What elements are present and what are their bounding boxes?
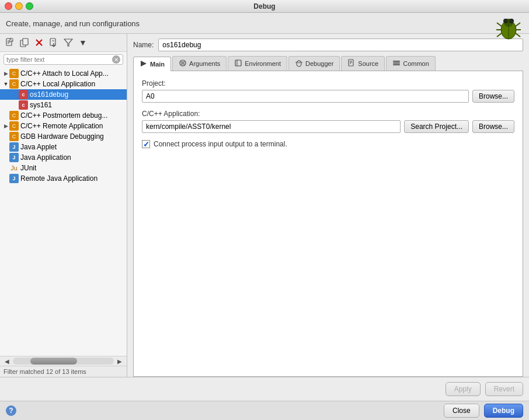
project-browse-btn[interactable]: Browse... [472,90,514,103]
tree-item-label: GDB Hardware Debugging [20,132,104,141]
filter-btn[interactable] [62,36,75,49]
close-window-btn[interactable] [5,2,12,10]
list-item[interactable]: c sys161 [0,100,127,110]
delete-config-btn[interactable] [33,36,46,49]
title-bar: Debug [0,0,529,13]
tab-environment[interactable]: Environment [228,56,287,71]
config-tree: ▶ C C/C++ Attach to Local App... ▼ C C/C… [0,67,127,356]
minimize-window-btn[interactable] [15,2,23,10]
window-title: Debug [253,2,275,10]
scroll-right-icon[interactable]: ▶ [116,358,123,365]
config-type-icon: C [9,111,19,120]
config-type-icon: J [9,174,19,183]
tree-item-label: C/C++ Attach to Local App... [20,69,109,78]
name-label: Name: [133,41,154,49]
tree-expand-icon [12,102,19,108]
debugger-tab-icon [295,59,303,68]
svg-line-7 [516,23,520,26]
horizontal-scrollbar[interactable] [13,358,114,365]
apply-btn[interactable]: Apply [446,382,481,396]
config-type-icon: Ju [9,163,19,173]
svg-line-6 [497,33,502,37]
config-tabs: Main Arguments Environment [133,56,523,71]
app-field-group: C/C++ Application: Search Project... Bro… [142,110,514,133]
svg-rect-43 [393,64,400,65]
list-item[interactable]: J Java Application [0,152,127,163]
tree-expand-icon: ▶ [2,123,9,130]
beetle-icon [494,14,523,43]
app-input[interactable] [142,120,401,133]
name-input[interactable] [158,38,523,51]
close-btn[interactable]: Close [444,404,479,418]
footer-buttons: Close Debug [444,404,523,418]
debugger-tab-label: Debugger [305,60,333,67]
config-type-icon: c [19,100,28,110]
list-item[interactable]: ▶ C C/C++ Attach to Local App... [0,68,127,79]
filter-box: ✕ [4,54,123,65]
list-item[interactable]: C C/C++ Postmortem debug... [0,110,127,121]
arguments-tab-icon [179,59,187,68]
app-browse-btn[interactable]: Browse... [472,120,514,133]
list-item[interactable]: Ju JUnit [0,163,127,173]
filter-input[interactable] [6,56,112,63]
window-controls[interactable] [5,2,33,10]
help-btn[interactable]: ? [6,405,16,416]
environment-tab-icon [234,59,242,68]
config-type-icon: C [9,79,19,89]
common-tab-label: Common [403,60,429,67]
tree-item-label: os161debug [30,90,68,99]
left-panel: ▼ ✕ ▶ C C/C++ Attach to Local App... ▼ [0,34,127,377]
tree-expand-icon [2,133,9,140]
main-window: Create, manage, and run configurations [0,13,529,420]
svg-rect-42 [393,62,400,64]
project-row: Browse... [142,90,514,103]
main-tab-icon [140,60,148,69]
svg-marker-25 [64,39,72,46]
project-label: Project: [142,79,514,88]
content-area: ▼ ✕ ▶ C C/C++ Attach to Local App... ▼ [0,34,529,377]
config-type-icon: J [9,142,19,152]
tree-item-label: sys161 [30,101,52,109]
maximize-window-btn[interactable] [26,2,33,10]
list-item[interactable]: J Java Applet [0,142,127,152]
connect-label: Connect process input output to a termin… [154,140,287,148]
list-item[interactable]: ▶ C C/C++ Remote Application [0,121,127,131]
revert-btn[interactable]: Revert [485,382,523,396]
copy-config-btn[interactable] [18,36,31,49]
more-btn[interactable]: ▼ [76,36,89,49]
new-config-btn[interactable] [4,36,16,49]
list-item[interactable]: c os161debug [0,89,127,100]
common-tab-icon [392,59,401,68]
config-type-icon: C [9,132,19,141]
tab-common[interactable]: Common [386,56,436,71]
checkmark-icon: ✓ [143,140,149,149]
project-input[interactable] [142,90,469,103]
filter-clear-btn[interactable]: ✕ [112,55,120,64]
scroll-left-icon[interactable]: ◀ [4,358,11,365]
list-item[interactable]: J Remote Java Application [0,173,127,184]
name-row: Name: [133,38,523,51]
app-search-project-btn[interactable]: Search Project... [404,120,469,133]
tab-source[interactable]: Source [341,56,385,71]
footer: ? Close Debug [0,401,529,420]
tree-item-label: C/C++ Postmortem debug... [20,111,107,120]
right-panel: Name: Main Arguments [127,34,529,377]
connect-checkbox[interactable]: ✓ [142,140,150,148]
export-config-btn[interactable] [47,36,60,49]
app-label: C/C++ Application: [142,110,514,118]
svg-rect-31 [235,60,241,66]
config-type-icon: c [19,90,28,99]
tab-content-main: Project: Browse... C/C++ Application: Se… [133,71,523,377]
tab-arguments[interactable]: Arguments [172,56,227,71]
debug-btn[interactable]: Debug [484,404,523,418]
tree-item-label: Java Applet [20,143,57,151]
list-item[interactable]: ▼ C C/C++ Local Application [0,79,127,89]
svg-marker-26 [141,61,147,66]
tree-expand-icon [2,175,9,182]
tab-debugger[interactable]: Debugger [288,56,340,71]
main-tab-label: Main [150,61,165,68]
tab-main[interactable]: Main [133,57,171,71]
tree-expand-icon [2,164,9,172]
connect-checkbox-row: ✓ Connect process input output to a term… [142,140,514,148]
list-item[interactable]: C GDB Hardware Debugging [0,131,127,142]
